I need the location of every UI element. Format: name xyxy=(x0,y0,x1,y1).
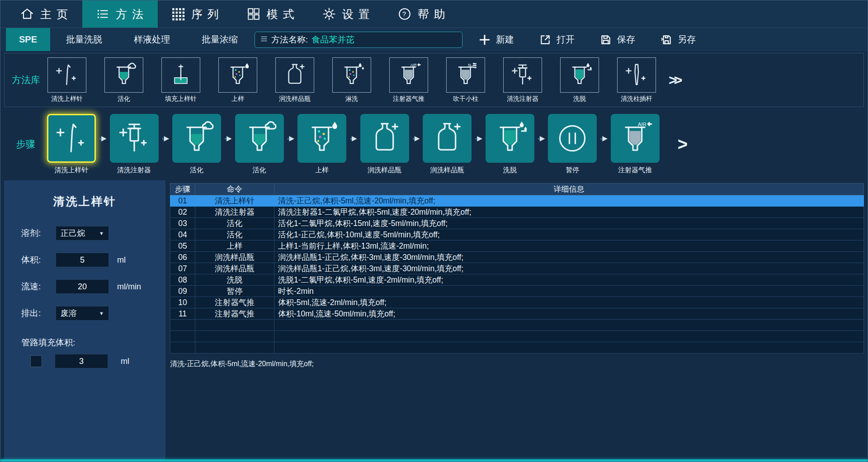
step-item[interactable]: AIR 注射器气推 xyxy=(611,114,660,174)
svg-text:AIR: AIR xyxy=(410,63,417,67)
steps-more-chevron[interactable]: > xyxy=(678,135,688,154)
saveas-button[interactable]: 另存 xyxy=(660,33,696,46)
detail-cell: 活化1-二氯甲烷,体积-15ml,速度-5ml/min,填充off; xyxy=(274,218,864,229)
table-row[interactable]: 06 润洗样品瓶 润洗样品瓶1-正己烷,体积-3ml,速度-30ml/min,填… xyxy=(170,252,864,263)
library-item-label: 淋洗 xyxy=(345,95,358,103)
step-no-cell: 09 xyxy=(170,286,195,297)
field-select[interactable]: 废溶 ▼ xyxy=(56,306,109,321)
method-name-input[interactable] xyxy=(311,35,457,45)
tube-cloud-icon xyxy=(172,114,221,163)
fill-checkbox[interactable] xyxy=(30,355,42,367)
library-item[interactable]: 上样 xyxy=(218,57,257,103)
library-item[interactable]: 淋洗 xyxy=(332,57,371,103)
tab-2[interactable]: 样液处理 xyxy=(118,33,186,46)
tab-1[interactable]: 批量洗脱 xyxy=(50,33,118,46)
table-row[interactable]: 08 洗脱 洗脱1-二氯甲烷,体积-5ml,速度-2ml/min,填充off; xyxy=(170,274,864,286)
step-item-label: 润洗样品瓶 xyxy=(430,166,464,174)
nav-item-help[interactable]: ? 帮 助 xyxy=(384,0,460,28)
library-item[interactable]: N2 吹干小柱 xyxy=(446,57,485,103)
needle-fill-icon xyxy=(161,57,200,93)
step-item[interactable]: 上样 xyxy=(297,114,346,174)
field-input[interactable] xyxy=(56,253,109,267)
nav-item-mode[interactable]: 模 式 xyxy=(233,0,309,28)
panel-title: 清洗上样针 xyxy=(4,194,165,209)
command-cell: 暂停 xyxy=(195,286,274,297)
table-row[interactable]: 01 清洗上样针 清洗-正己烷,体积-5ml,流速-20ml/min,填充off… xyxy=(170,195,864,207)
step-item[interactable]: 活化 xyxy=(235,114,284,174)
table-row[interactable]: 07 润洗样品瓶 润洗样品瓶1-正己烷,体积-3ml,速度-30ml/min,填… xyxy=(170,263,864,274)
new-button[interactable]: 新建 xyxy=(479,33,514,46)
detail-cell: 活化1-正己烷,体积-10ml,速度-5ml/min,填充off; xyxy=(274,229,864,240)
detail-cell: 时长-2min xyxy=(274,286,864,297)
nav-item-settings[interactable]: 设 置 xyxy=(309,0,384,28)
help-icon: ? xyxy=(398,7,411,21)
step-item[interactable]: 洗脱 xyxy=(486,114,534,174)
command-table: 步骤命令详细信息 01 清洗上样针 清洗-正己烷,体积-5ml,流速-20ml/… xyxy=(170,183,864,354)
library-item[interactable]: AIR 注射器气推 xyxy=(389,57,428,103)
library-item[interactable]: 洗脱 xyxy=(560,57,599,103)
nav-item-label: 帮 助 xyxy=(418,7,446,22)
table-row[interactable]: 05 上样 上样1-当前行上样,体积-13ml,流速-2ml/min; xyxy=(170,240,864,252)
step-item[interactable]: 活化 xyxy=(172,114,221,174)
save-button[interactable]: 保存 xyxy=(600,33,635,46)
step-no-cell: 05 xyxy=(170,240,195,252)
step-arrow-icon: ·▶ xyxy=(534,114,548,163)
step-item[interactable]: 润洗样品瓶 xyxy=(360,114,409,174)
table-header-row: 步骤命令详细信息 xyxy=(170,184,864,195)
tab-0[interactable]: SPE xyxy=(6,28,50,51)
method-name-field[interactable]: 方法名称: xyxy=(255,32,462,48)
chevron-down-icon: ▼ xyxy=(99,231,104,236)
library-item[interactable]: 清洗柱插杆 xyxy=(617,57,656,103)
detail-cell: 清洗注射器1-二氯甲烷,体积-5ml,速度-20ml/min,填充off; xyxy=(274,207,864,218)
svg-text:N: N xyxy=(468,62,471,67)
app-window: 主 页 方 法 序 列 模 式 设 置 ? 帮 助 SPE批量洗脱样液处理批量浓… xyxy=(0,0,868,462)
nav-item-method[interactable]: 方 法 xyxy=(82,0,158,28)
tab-3[interactable]: 批量浓缩 xyxy=(186,33,254,46)
field-label: 体积: xyxy=(21,254,47,266)
step-arrow-icon: ·▶ xyxy=(96,114,110,163)
library-item[interactable]: 清洗注射器 xyxy=(503,57,542,103)
field-input[interactable] xyxy=(55,354,108,368)
open-button[interactable]: 打开 xyxy=(539,33,575,46)
table-row[interactable]: 11 注射器气推 体积-10ml,流速-50ml/min,填充off; xyxy=(170,308,864,320)
toolbar-buttons: 新建 打开 保存 另存 xyxy=(479,33,696,46)
command-cell: 润洗样品瓶 xyxy=(195,263,274,274)
open-icon xyxy=(539,34,551,46)
new-icon xyxy=(479,34,491,46)
table-row[interactable]: 10 注射器气推 体积-5ml,流速-2ml/min,填充off; xyxy=(170,297,864,308)
home-icon xyxy=(20,7,34,21)
step-item-label: 上样 xyxy=(315,166,329,174)
table-row[interactable]: 09 暂停 时长-2min xyxy=(170,286,864,297)
step-item[interactable]: 暂停 xyxy=(548,114,597,174)
step-item[interactable]: 清洗上样针 xyxy=(47,114,96,174)
nav-item-home[interactable]: 主 页 xyxy=(7,0,82,28)
library-more-chevron[interactable]: >> xyxy=(669,72,679,89)
field-input[interactable] xyxy=(56,279,109,294)
table-header-cell: 命令 xyxy=(195,184,274,195)
field-select[interactable]: 正己烷 ▼ xyxy=(56,226,109,240)
library-item[interactable]: 填充上样针 xyxy=(161,57,200,103)
library-item[interactable]: 润洗样品瓶 xyxy=(275,57,314,103)
step-item[interactable]: 润洗样品瓶 xyxy=(423,114,472,174)
library-label: 方法库 xyxy=(5,74,47,86)
library-item[interactable]: 清洗上样针 xyxy=(47,57,86,103)
table-header-cell: 详细信息 xyxy=(274,184,864,195)
step-item-label: 活化 xyxy=(253,166,266,174)
table-row[interactable]: 03 活化 活化1-二氯甲烷,体积-15ml,速度-5ml/min,填充off; xyxy=(170,218,864,229)
command-cell: 活化 xyxy=(195,218,274,229)
nav-item-sequence[interactable]: 序 列 xyxy=(158,0,233,28)
step-item[interactable]: 清洗注射器 xyxy=(110,114,159,174)
bottle-icon xyxy=(360,114,409,163)
syringe-clean-icon xyxy=(110,114,159,163)
detail-cell: 润洗样品瓶1-正己烷,体积-3ml,速度-30ml/min,填充off; xyxy=(274,252,864,263)
detail-cell: 体积-5ml,流速-2ml/min,填充off; xyxy=(274,297,864,308)
detail-cell: 清洗-正己烷,体积-5ml,流速-20ml/min,填充off; xyxy=(274,195,864,207)
field-label: 管路填充体积: xyxy=(21,337,165,349)
table-row[interactable]: 04 活化 活化1-正己烷,体积-10ml,速度-5ml/min,填充off; xyxy=(170,229,864,240)
table-row[interactable]: 02 清洗注射器 清洗注射器1-二氯甲烷,体积-5ml,速度-20ml/min,… xyxy=(170,207,864,218)
step-no-cell: 04 xyxy=(170,229,195,240)
sequence-icon xyxy=(171,7,185,21)
nav-item-label: 模 式 xyxy=(267,7,295,22)
step-no-cell: 01 xyxy=(170,195,195,207)
library-item[interactable]: 活化 xyxy=(104,57,143,103)
